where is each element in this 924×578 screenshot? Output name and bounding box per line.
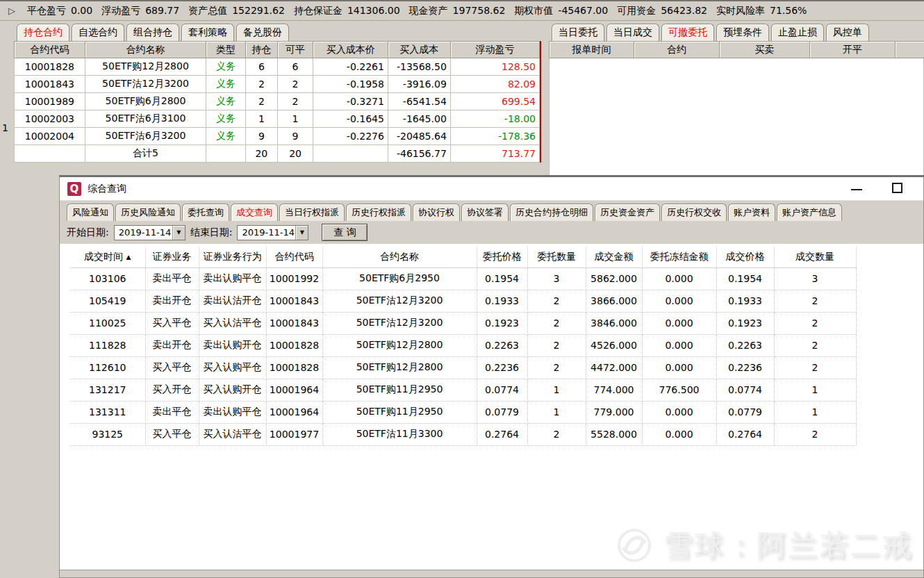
cell: 10001977	[266, 423, 322, 445]
cell: 20	[245, 145, 277, 163]
table-row[interactable]: 1000182850ETF购12月2800义务66-0.2261-13568.5…	[15, 58, 540, 76]
cell: 0.1933	[477, 290, 527, 312]
query-window-titlebar[interactable]: Q 综合查询	[60, 177, 923, 201]
tab-agreement-exercise[interactable]: 协议行权	[413, 204, 460, 221]
query-window-title: 综合查询	[88, 183, 126, 195]
col-contract-name[interactable]: 合约名称	[322, 247, 477, 267]
tab-account-asset-info[interactable]: 账户资产信息	[777, 204, 842, 221]
cell: 2	[277, 93, 313, 110]
cell: 2	[527, 312, 586, 334]
tab-watchlist-contracts[interactable]: 自选合约	[72, 24, 124, 41]
col-trade-price[interactable]: 成交价格	[716, 247, 774, 267]
cell: -0.2276	[313, 128, 388, 145]
cell: 20	[277, 145, 313, 163]
chevron-down-icon[interactable]: ▼	[172, 226, 185, 240]
expander-arrow-icon[interactable]: ▷	[8, 6, 15, 16]
table-row[interactable]: 111828卖出开仓卖出认购开仓1000182850ETF购12月28000.2…	[70, 334, 856, 356]
table-row[interactable]: 131311卖出平仓卖出认购平仓1000196450ETF购11月29500.0…	[70, 401, 856, 423]
cell: 10001964	[266, 401, 322, 423]
cell: 0.2263	[716, 334, 774, 356]
tab-agreement-signing[interactable]: 协议签署	[461, 204, 509, 221]
query-button[interactable]: 查 询	[322, 224, 368, 241]
col-trade-qty[interactable]: 成交数量	[774, 247, 856, 267]
minimize-icon[interactable]	[851, 189, 862, 190]
cell: 2	[527, 356, 586, 379]
cell: 1	[774, 401, 856, 423]
col-trade-time[interactable]: 成交时间 ▲	[70, 247, 145, 267]
sort-asc-icon: ▲	[126, 254, 131, 261]
tab-risk-notice[interactable]: 风险通知	[67, 204, 114, 221]
tab-history-position-detail[interactable]: 历史合约持仓明细	[510, 204, 593, 221]
tab-today-orders[interactable]: 当日委托	[552, 24, 604, 41]
end-date-select[interactable]: 2019-11-14 ▼	[237, 225, 308, 240]
table-row[interactable]: 93125买入平仓买入认沽平仓1000197750ETF沽11月33000.27…	[70, 423, 856, 445]
cell: 1	[527, 401, 586, 423]
tab-trade-query[interactable]: 成交查询	[231, 204, 278, 221]
trades-table: 成交时间 ▲ 证券业务 证券业务行为 合约代码 合约名称 委托价格 委托数量 成…	[70, 247, 857, 446]
table-row[interactable]: 105419卖出开仓卖出认沽开仓1000184350ETF沽12月32000.1…	[70, 290, 856, 312]
tab-covered-shares[interactable]: 备兑股份	[236, 24, 289, 41]
table-row[interactable]: 1000184350ETF沽12月3200义务22-0.1958-3916.09…	[15, 76, 540, 93]
col-contract-code[interactable]: 合约代码	[266, 247, 322, 267]
cell: 105419	[70, 290, 145, 312]
summary-label: 可用资金	[617, 5, 656, 17]
table-row[interactable]: 112610买入平仓买入认购平仓1000182850ETF购12月28000.2…	[70, 356, 856, 379]
cell: 779.000	[586, 401, 642, 423]
summary-label: 实时风险率	[716, 5, 765, 17]
tab-preset-conditions[interactable]: 预埋条件	[716, 24, 769, 41]
col-security-business[interactable]: 证券业务	[145, 247, 199, 267]
col-order-frozen-amount[interactable]: 委托冻结金额	[642, 247, 716, 267]
cell: 3	[527, 267, 586, 290]
cell: 10001828	[266, 356, 322, 379]
start-date-value: 2019-11-14	[115, 227, 172, 238]
tab-position-contracts[interactable]: 持仓合约	[17, 24, 69, 41]
cell: 50ETF购11月2950	[322, 401, 477, 423]
cell: 10002003	[15, 110, 85, 128]
tab-history-exercise-assignment[interactable]: 历史行权指派	[346, 204, 411, 221]
chevron-down-icon[interactable]: ▼	[295, 226, 308, 240]
cell: 2	[774, 290, 856, 312]
cell: -0.1645	[313, 110, 388, 128]
cell: 买入平仓	[145, 312, 199, 334]
table-row[interactable]: 1000200450ETF沽6月3200义务99-0.2276-20485.64…	[15, 128, 540, 145]
tab-history-fund-assets[interactable]: 历史资金资产	[595, 204, 660, 221]
cell: 50ETF沽6月3100	[85, 110, 206, 128]
cell: 1	[527, 379, 586, 401]
tab-cancelable-orders[interactable]: 可撤委托	[661, 24, 714, 41]
cell: 2	[774, 423, 856, 445]
table-row[interactable]: 1000200350ETF沽6月3100义务11-0.1645-1645.00-…	[15, 110, 540, 128]
table-row[interactable]: 110025买入平仓买入认沽平仓1000184350ETF沽12月32000.1…	[70, 312, 856, 334]
tab-today-exercise-assignment[interactable]: 当日行权指派	[279, 204, 345, 221]
cell: 买入认沽平仓	[199, 312, 266, 334]
tab-arbitrage-strategy[interactable]: 套利策略	[181, 24, 234, 41]
tab-stop-profit-loss[interactable]: 止盈止损	[771, 24, 824, 41]
summary-value: -45467.00	[558, 5, 608, 17]
tab-history-exercise-settlement[interactable]: 历史行权交收	[661, 204, 727, 221]
tab-order-query[interactable]: 委托查询	[182, 204, 229, 221]
positions-tabbar: 持仓合约 自选合约 组合持仓 套利策略 备兑股份	[14, 23, 541, 41]
summary-label: 持仓保证金	[294, 5, 343, 17]
cell: -46156.77	[388, 145, 450, 163]
cell: -178.36	[450, 128, 539, 145]
col-order-qty[interactable]: 委托数量	[527, 247, 586, 267]
summary-value: 152291.62	[232, 5, 285, 17]
maximize-icon[interactable]	[892, 183, 902, 193]
tab-risk-control-orders[interactable]: 风控单	[826, 24, 869, 41]
tab-history-risk-notice[interactable]: 历史风险通知	[115, 204, 181, 221]
tab-combo-positions[interactable]: 组合持仓	[126, 24, 179, 41]
col-order-price[interactable]: 委托价格	[477, 247, 527, 267]
tab-today-trades[interactable]: 当日成交	[607, 24, 659, 41]
table-row[interactable]: 103106卖出平仓卖出认购平仓1000199250ETF购6月29500.19…	[70, 267, 856, 290]
col-security-business-action[interactable]: 证券业务行为	[199, 247, 266, 267]
cell: 卖出开仓	[145, 290, 199, 312]
col-filler	[896, 42, 924, 58]
tab-account-profile[interactable]: 账户资料	[728, 204, 775, 221]
cell: 2	[774, 356, 856, 379]
table-row[interactable]: 1000198950ETF购6月2800义务22-0.3271-6541.546…	[15, 93, 540, 110]
cell: 0.000	[642, 267, 716, 290]
col-trade-amount[interactable]: 成交金额	[586, 247, 642, 267]
cell: 131311	[70, 401, 145, 423]
table-row[interactable]: 合计52020-46156.77713.77	[15, 145, 540, 163]
start-date-select[interactable]: 2019-11-14 ▼	[114, 225, 185, 240]
table-row[interactable]: 131217买入开仓买入认购开仓1000196450ETF购11月29500.0…	[70, 379, 856, 401]
